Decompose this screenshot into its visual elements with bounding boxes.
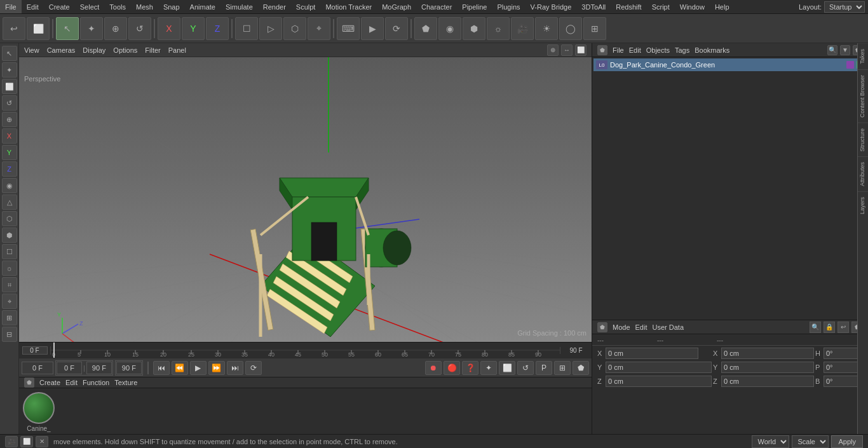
left-tool-14[interactable]: ⌗ (2, 277, 17, 292)
left-tool-12[interactable]: ☐ (2, 244, 17, 259)
menu-file[interactable]: File (0, 0, 22, 13)
motion-help-button[interactable]: ❓ (462, 361, 478, 375)
menu-pipeline[interactable]: Pipeline (457, 0, 492, 13)
edge-mode-button[interactable]: ⬡ (283, 17, 306, 40)
play-button[interactable]: ▶ (190, 361, 207, 375)
select-tool-button[interactable]: ↖ (56, 17, 79, 40)
size-y-field[interactable] (721, 362, 814, 373)
pos-y-field[interactable] (606, 362, 712, 373)
cameras-menu[interactable]: Cameras (47, 46, 76, 54)
panel-menu[interactable]: Panel (168, 46, 186, 54)
spline-btn[interactable]: ◯ (559, 17, 582, 40)
left-tool-7[interactable]: Z (2, 161, 17, 177)
move-tool-button[interactable]: ✦ (80, 17, 103, 40)
statusbar-close-icon[interactable]: ✕ (36, 436, 48, 447)
attr-edit-menu[interactable]: Edit (635, 323, 648, 331)
mat-create-menu[interactable]: Create (39, 379, 60, 386)
viewport-icon-1[interactable]: ⊕ (547, 44, 559, 56)
sphere-btn[interactable]: ◉ (438, 17, 461, 40)
left-tool-0[interactable]: ↖ (2, 46, 17, 61)
left-tool-3[interactable]: ↺ (2, 95, 17, 111)
viewport-solo-button[interactable]: ⬜ (27, 17, 50, 40)
timeline-btn[interactable]: ⌨ (337, 17, 360, 40)
attr-mode-menu[interactable]: Mode (613, 323, 630, 331)
display-menu[interactable]: Display (83, 46, 105, 54)
cube-btn[interactable]: ⬟ (414, 17, 437, 40)
size-x-field[interactable] (721, 348, 814, 359)
end-frame-input[interactable] (86, 362, 112, 374)
point-mode-button[interactable]: ⌖ (308, 17, 330, 40)
viewport-canvas[interactable]: Perspective (19, 57, 592, 342)
autokey-button[interactable]: 🔴 (444, 361, 460, 375)
left-tool-9[interactable]: △ (2, 194, 17, 210)
cylinder-btn[interactable]: ⬢ (463, 17, 485, 40)
z-axis-button[interactable]: Z (206, 17, 229, 40)
vtab-takes[interactable]: Takes (858, 43, 868, 69)
left-tool-13[interactable]: ☼ (2, 261, 17, 276)
left-tool-1[interactable]: ✦ (2, 62, 17, 78)
object-item-dog-park[interactable]: L0 Dog_Park_Canine_Condo_Green (593, 58, 867, 71)
left-tool-8[interactable]: ◉ (2, 178, 17, 193)
extra-tool-6[interactable]: ⬟ (573, 361, 589, 375)
search-icon[interactable]: 🔍 (827, 45, 837, 55)
bookmarks-menu[interactable]: Bookmarks (695, 46, 729, 54)
left-tool-2[interactable]: ⬜ (2, 79, 17, 94)
left-tool-5[interactable]: X (2, 128, 17, 144)
object-mode-button[interactable]: ☐ (235, 17, 258, 40)
menu-mograph[interactable]: MoGraph (377, 0, 416, 13)
record-button[interactable]: ⏺ (425, 361, 442, 375)
vtab-attributes[interactable]: Attributes (858, 156, 868, 191)
material-swatch[interactable] (23, 392, 55, 424)
menu-plugins[interactable]: Plugins (492, 0, 525, 13)
current-frame-input[interactable] (22, 362, 53, 374)
extra-tool-4[interactable]: P (536, 361, 552, 375)
rotate-tool-button[interactable]: ↺ (128, 17, 151, 40)
light-btn[interactable]: ☀ (535, 17, 558, 40)
null-btn[interactable]: ☼ (487, 17, 510, 40)
attr-search-icon[interactable]: 🔍 (810, 322, 821, 333)
menu-simulate[interactable]: Simulate (220, 0, 258, 13)
material-item[interactable]: Canine_ (23, 392, 55, 432)
mat-function-menu[interactable]: Function (83, 379, 109, 386)
menu-edit[interactable]: Edit (22, 0, 44, 13)
render-btn[interactable]: ⟳ (385, 17, 408, 40)
extra-tool-1[interactable]: ✦ (480, 361, 497, 375)
polygon-mode-button[interactable]: ▷ (259, 17, 282, 40)
left-tool-4[interactable]: ⊕ (2, 112, 17, 127)
pos-z-field[interactable] (606, 376, 712, 387)
layout-dropdown[interactable]: Startup (824, 1, 865, 13)
filter-menu[interactable]: Filter (145, 46, 160, 54)
x-axis-button[interactable]: X (158, 17, 180, 40)
world-dropdown[interactable]: World (752, 435, 789, 448)
left-tool-15[interactable]: ⌖ (2, 294, 17, 309)
loop-button[interactable]: ⟳ (245, 361, 262, 375)
tags-menu[interactable]: Tags (675, 46, 689, 54)
filter-icon[interactable]: ▼ (840, 45, 850, 55)
play-forward-button[interactable]: ⏩ (208, 361, 225, 375)
left-tool-10[interactable]: ⬡ (2, 211, 17, 226)
go-to-end-button[interactable]: ⏭ (227, 361, 243, 375)
menu-sculpt[interactable]: Sculpt (291, 0, 321, 13)
vtab-layers[interactable]: Layers (858, 191, 868, 219)
undo-button[interactable]: ↩ (3, 17, 25, 40)
pos-x-field[interactable] (606, 348, 698, 359)
menu-window[interactable]: Window (675, 0, 710, 13)
menu-animate[interactable]: Animate (185, 0, 220, 13)
menu-script[interactable]: Script (647, 0, 675, 13)
objects-file-menu[interactable]: File (613, 46, 624, 54)
objects-menu[interactable]: Objects (646, 46, 670, 54)
render-preview-btn[interactable]: ▶ (361, 17, 384, 40)
left-tool-11[interactable]: ⬢ (2, 227, 17, 243)
menu-vray[interactable]: V-Ray Bridge (526, 0, 577, 13)
viewport[interactable]: View Cameras Display Options Filter Pane… (19, 43, 592, 342)
menu-motion-tracker[interactable]: Motion Tracker (320, 0, 377, 13)
menu-create[interactable]: Create (44, 0, 75, 13)
menu-help[interactable]: Help (710, 0, 735, 13)
timeline-frame-input[interactable] (22, 346, 48, 355)
objects-edit-menu[interactable]: Edit (629, 46, 641, 54)
menu-mesh[interactable]: Mesh (131, 0, 158, 13)
attr-lock-icon[interactable]: 🔒 (824, 322, 835, 333)
y-axis-button[interactable]: Y (182, 17, 205, 40)
mat-edit-menu[interactable]: Edit (65, 379, 78, 386)
go-to-start-button[interactable]: ⏮ (153, 361, 170, 375)
